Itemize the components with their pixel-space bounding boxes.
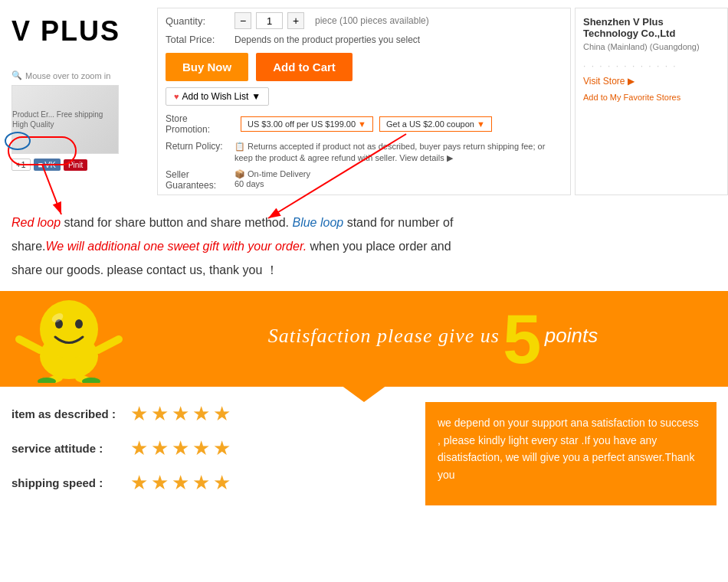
logo-text: V PLUS	[11, 15, 142, 47]
quantity-decrease-button[interactable]: −	[234, 12, 251, 29]
return-policy-row: Return Policy: 📋 Returns accepted if pro…	[166, 141, 562, 165]
promo-badge-2[interactable]: Get a US $2.00 coupon ▼	[379, 116, 492, 132]
star-6: ★	[130, 436, 148, 460]
star-4: ★	[192, 402, 210, 426]
svg-point-3	[75, 319, 83, 329]
seller-guarantees-label: Seller Guarantees:	[166, 169, 234, 191]
add-to-wishlist-button[interactable]: ♥ Add to Wish List ▼	[166, 87, 269, 106]
wishlist-dropdown-arrow: ▼	[251, 91, 261, 102]
price-label: Total Price:	[166, 34, 234, 45]
star-15: ★	[213, 471, 231, 495]
review-item-1: item as described : ★ ★ ★ ★ ★	[11, 402, 410, 426]
review-item-3-label: shipping speed :	[11, 476, 130, 489]
add-to-favorites-link[interactable]: Add to My Favorite Stores	[583, 93, 720, 102]
desc-line-1: Red loop stand for share button and shar…	[11, 212, 717, 233]
promo-badge-1[interactable]: US $3.00 off per US $199.00 ▼	[241, 116, 373, 132]
star-8: ★	[172, 436, 189, 460]
quantity-label: Quantity:	[166, 15, 234, 27]
review-item-1-label: item as described :	[11, 407, 130, 420]
return-policy-text: 📋 Returns accepted if product not as des…	[234, 141, 562, 165]
heart-icon: ♥	[174, 92, 179, 101]
promo-arrow-2-icon: ▼	[477, 119, 485, 129]
return-policy-label: Return Policy:	[166, 141, 234, 152]
star-10: ★	[213, 436, 231, 460]
promo-arrow-icon: ▼	[358, 119, 366, 129]
promo-label: Store Promotion:	[166, 113, 234, 135]
banner-title: Satisfaction please give us	[268, 325, 500, 347]
review-section: item as described : ★ ★ ★ ★ ★ service at…	[0, 387, 728, 513]
star-2: ★	[151, 402, 169, 426]
seller-info-box: Shenzhen V Plus Technology Co.,Ltd China…	[575, 8, 728, 195]
star-14: ★	[192, 471, 210, 495]
price-text: Depends on the product properties you se…	[234, 34, 420, 45]
smiley-area	[0, 291, 138, 387]
search-icon: 🔍	[11, 70, 22, 80]
review-right: we depend on your support ana satisfacti…	[425, 402, 717, 505]
share-buttons-area: +1 ■ VK Pinit	[11, 159, 142, 171]
buy-now-button[interactable]: Buy Now	[166, 53, 248, 81]
zoom-hint: 🔍 Mouse over to zoom in	[11, 70, 142, 80]
review-item-1-stars: ★ ★ ★ ★ ★	[130, 402, 231, 426]
svg-line-4	[19, 339, 40, 350]
red-loop-text: Red loop	[11, 216, 61, 229]
svg-point-1	[40, 300, 98, 358]
pinterest-share-button[interactable]: Pinit	[64, 159, 87, 171]
banner-points: points	[545, 324, 598, 347]
action-buttons: Buy Now Add to Cart	[166, 53, 562, 81]
logo-area: V PLUS 🔍 Mouse over to zoom in Product E…	[0, 8, 153, 195]
seller-guarantees-text: 📦 On-time Delivery 60 days	[234, 169, 310, 188]
product-controls-area: Quantity: − + piece (100 pieces availabl…	[157, 8, 571, 195]
banner-text-area: Satisfaction please give us 5 points	[138, 297, 728, 381]
quantity-increase-button[interactable]: +	[287, 12, 304, 29]
star-12: ★	[151, 471, 169, 495]
smiley-svg	[11, 295, 126, 383]
price-row: Total Price: Depends on the product prop…	[166, 34, 562, 45]
star-5: ★	[213, 402, 231, 426]
banner-arrow	[341, 385, 387, 402]
banner-number: 5	[503, 305, 541, 374]
quantity-row: Quantity: − + piece (100 pieces availabl…	[166, 12, 562, 29]
vk-share-button[interactable]: ■ VK	[34, 159, 61, 171]
description-section: Red loop stand for share button and shar…	[0, 203, 728, 292]
review-right-text: we depend on your support ana satisfacti…	[438, 417, 699, 480]
review-item-3: shipping speed : ★ ★ ★ ★ ★	[11, 471, 410, 495]
store-promotion-row: Store Promotion: US $3.00 off per US $19…	[166, 113, 562, 135]
blue-loop-text: Blue loop	[292, 216, 343, 229]
star-3: ★	[172, 402, 189, 426]
review-item-2-label: service attitude :	[11, 442, 130, 455]
desc-line-3: share our goods. please contact us, than…	[11, 260, 717, 280]
review-item-3-stars: ★ ★ ★ ★ ★	[130, 471, 231, 495]
quantity-control: − + piece (100 pieces available)	[234, 12, 429, 29]
desc-line-2: share.We will additional one sweet gift …	[11, 236, 717, 257]
star-9: ★	[192, 436, 210, 460]
vk-icon: ■	[38, 160, 44, 169]
review-item-2: service attitude : ★ ★ ★ ★ ★	[11, 436, 410, 460]
seller-guarantees-row: Seller Guarantees: 📦 On-time Delivery 60…	[166, 169, 562, 191]
star-7: ★	[151, 436, 169, 460]
orange-banner: Satisfaction please give us 5 points	[0, 291, 728, 387]
review-left: item as described : ★ ★ ★ ★ ★ service at…	[11, 402, 410, 505]
product-thumbnail: Product Er... Free shipping High Quality	[11, 85, 119, 154]
star-13: ★	[172, 471, 189, 495]
add-to-cart-button[interactable]: Add to Cart	[256, 53, 353, 81]
delivery-icon: 📦	[234, 169, 245, 178]
visit-store-link[interactable]: Visit Store ▶	[583, 76, 720, 87]
seller-name: Shenzhen V Plus Technology Co.,Ltd	[583, 16, 720, 39]
wishlist-row: ♥ Add to Wish List ▼	[166, 87, 562, 106]
star-1: ★	[130, 402, 148, 426]
seller-location: China (Mainland) (Guangdong)	[583, 42, 720, 51]
return-icon: 📋	[234, 142, 245, 151]
quantity-info: piece (100 pieces available)	[315, 15, 429, 26]
review-item-2-stars: ★ ★ ★ ★ ★	[130, 436, 231, 460]
svg-line-5	[98, 339, 119, 350]
share-count: +1	[11, 159, 31, 171]
seller-dots: · · · · · · · · · · · ·	[583, 60, 720, 71]
star-11: ★	[130, 471, 148, 495]
quantity-input[interactable]	[256, 12, 283, 29]
seller-guarantee-days: 60 days	[234, 179, 310, 188]
